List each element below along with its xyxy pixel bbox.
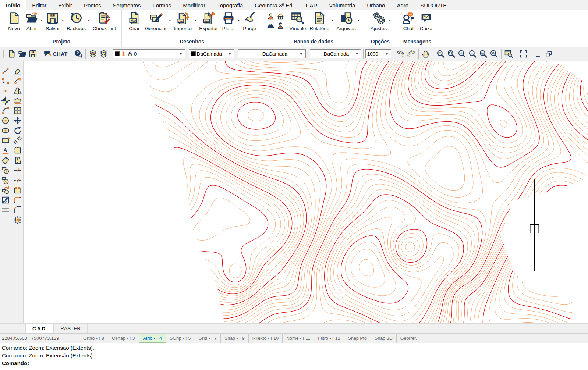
abrir-button[interactable]: Abrir: [23, 11, 40, 32]
importar-dropdown-arrow[interactable]: ▼: [194, 19, 196, 22]
line-tool-button[interactable]: [1, 66, 11, 76]
position-target-tool-button[interactable]: [1, 96, 11, 106]
point-tool-button[interactable]: [1, 86, 11, 96]
trim-tool-button[interactable]: [1, 205, 11, 215]
menu-tab-volumetria[interactable]: Volumetria: [323, 0, 361, 10]
toolbar-pan-button[interactable]: [421, 49, 431, 59]
copy-shape-b-tool-button[interactable]: [1, 175, 11, 185]
criar-button[interactable]: dwg Criar: [125, 11, 143, 32]
toggle-osnap-f3[interactable]: Osnap - F3: [108, 334, 139, 343]
ajustes-dropdown-arrow[interactable]: ▼: [389, 19, 391, 22]
menu-tab-topografia[interactable]: Topografia: [211, 0, 249, 10]
layer-combo[interactable]: 0: [113, 49, 185, 58]
explode-star-tool-button[interactable]: [13, 215, 22, 225]
menu-tab-agro[interactable]: Agro: [391, 0, 414, 10]
chamfer-tool-button[interactable]: [13, 205, 22, 215]
toggle-rtexto-f10[interactable]: RTexto - F10: [249, 334, 283, 343]
menu-tab-suporte[interactable]: SUPORTE: [414, 0, 453, 10]
plotar-dropdown-arrow[interactable]: ▼: [237, 19, 240, 22]
salvar-dropdown-arrow[interactable]: ▼: [61, 19, 64, 22]
helmet-icon[interactable]: [267, 22, 274, 29]
toolbar-zoom-ext-button[interactable]: [489, 49, 499, 59]
toolbar-zoom-out-button[interactable]: [467, 49, 478, 59]
move-tool-button[interactable]: [13, 115, 22, 125]
toolbar-table-search-button[interactable]: [503, 49, 514, 59]
worker-icon[interactable]: [277, 22, 284, 29]
backups-dropdown-arrow[interactable]: ▼: [88, 19, 90, 22]
exportar-button[interactable]: dwg Exportar: [197, 11, 220, 32]
toolbar-zoom-window-button[interactable]: [435, 49, 446, 59]
novo-button[interactable]: Novo: [5, 11, 23, 32]
menu-tab-pontos[interactable]: Pontos: [78, 0, 107, 10]
chat-button[interactable]: Chat: [400, 11, 417, 32]
rectangle-tool-button[interactable]: [1, 135, 11, 145]
copy-shape-a-tool-button[interactable]: [1, 165, 11, 175]
circle-tool-button[interactable]: [1, 115, 11, 125]
eraser-tool-button[interactable]: [13, 66, 22, 76]
hatch-tool-button[interactable]: [1, 195, 11, 205]
text-tool-button[interactable]: A: [1, 145, 11, 155]
toolbar-chat-button[interactable]: CHAT: [42, 49, 69, 59]
gerenciar-dropdown-arrow[interactable]: ▼: [169, 19, 171, 22]
toolbar-folder-sm-button[interactable]: [17, 49, 28, 59]
menu-tab-exibir[interactable]: Exibir: [52, 0, 78, 10]
arquivos-button[interactable]: Arquivos: [334, 11, 358, 32]
menu-tab-formas[interactable]: Formas: [146, 0, 177, 10]
toolbar-fullscreen-button[interactable]: [518, 49, 529, 59]
toolbar-floppy-button[interactable]: [28, 49, 38, 59]
plotar-button[interactable]: Plotar: [220, 11, 237, 32]
toggle-ortho-f8[interactable]: Ortho - F8: [79, 334, 108, 343]
arquivos-dropdown-arrow[interactable]: ▼: [358, 19, 360, 22]
menu-tab-car[interactable]: CAR: [300, 0, 323, 10]
menu-tab-in-cio[interactable]: Início: [0, 0, 26, 10]
toolbar-redo-button[interactable]: [406, 49, 417, 59]
toggle-nome-f11[interactable]: Nome - F11: [283, 334, 314, 343]
toolbar-zoom-prev-button[interactable]: [478, 49, 489, 59]
check-list-button[interactable]: Check List: [91, 11, 118, 32]
tag-tool-button[interactable]: [1, 155, 11, 165]
toolbar-layers-button[interactable]: [98, 49, 109, 59]
person-icon[interactable]: [267, 13, 274, 20]
break-dashed-tool-button[interactable]: [13, 175, 22, 185]
toolbar-minimize-button[interactable]: [533, 49, 543, 59]
purge-button[interactable]: Purge: [241, 11, 258, 32]
menu-tab-segmentos[interactable]: Segmentos: [107, 0, 147, 10]
array-tool-button[interactable]: [13, 106, 22, 115]
trapezoid-tool-button[interactable]: [13, 155, 22, 165]
scale-tool-button[interactable]: [13, 135, 22, 145]
vinculo-button[interactable]: Vínculo: [287, 11, 308, 32]
region-dotted-tool-button[interactable]: [13, 145, 22, 155]
toggle-grid-f7[interactable]: Grid - F7: [195, 334, 221, 343]
menu-tab-geoincra-3-ed[interactable]: GeoIncra 3ª Ed.: [249, 0, 300, 10]
toolbar-zoom-in-button[interactable]: [457, 49, 467, 59]
abrir-dropdown-arrow[interactable]: ▼: [40, 19, 43, 22]
backups-button[interactable]: Backups: [65, 11, 88, 32]
toolbar-undo-button[interactable]: [395, 49, 406, 59]
house-icon[interactable]: [277, 13, 284, 20]
arc-tool-button[interactable]: [1, 106, 11, 115]
toggle-sgrip-f5[interactable]: SGrip - F5: [166, 334, 195, 343]
revision-cloud-tool-button[interactable]: [13, 96, 22, 106]
toolbar-zoom-dynamic-button[interactable]: [446, 49, 457, 59]
note-tool-button[interactable]: [13, 185, 22, 195]
ellipse-tool-button[interactable]: [1, 125, 11, 135]
toolbar-restore-button[interactable]: [543, 49, 554, 59]
toggle-snap-f9[interactable]: Snap - F9: [221, 334, 249, 343]
salvar-button[interactable]: Salvar: [44, 11, 61, 32]
toolbar-doc-new-button[interactable]: [6, 49, 17, 59]
command-console[interactable]: Comando: Zoom: Extensão (Extents).Comand…: [0, 343, 588, 370]
toggle-georref[interactable]: Georref.: [397, 334, 421, 343]
rotate-tool-button[interactable]: [13, 125, 22, 135]
relatorio-button[interactable]: Relatório: [308, 11, 331, 32]
drawing-canvas[interactable]: [24, 61, 588, 323]
toggle-filtro-f12[interactable]: Filtro - F12: [314, 334, 344, 343]
mirror-tool-button[interactable]: [13, 86, 22, 96]
color-combo[interactable]: DaCamada: [189, 49, 234, 58]
toggle-atrib-f4[interactable]: Atrib - F4: [139, 334, 166, 343]
menu-tab-urbano[interactable]: Urbano: [361, 0, 391, 10]
linetype-combo[interactable]: DaCamada: [238, 49, 306, 58]
menu-tab-editar[interactable]: Editar: [26, 0, 52, 10]
lineweight-combo[interactable]: DaCamada: [310, 49, 361, 58]
fillet-tool-button[interactable]: [13, 195, 22, 205]
scale-combo[interactable]: 1000: [365, 49, 391, 58]
